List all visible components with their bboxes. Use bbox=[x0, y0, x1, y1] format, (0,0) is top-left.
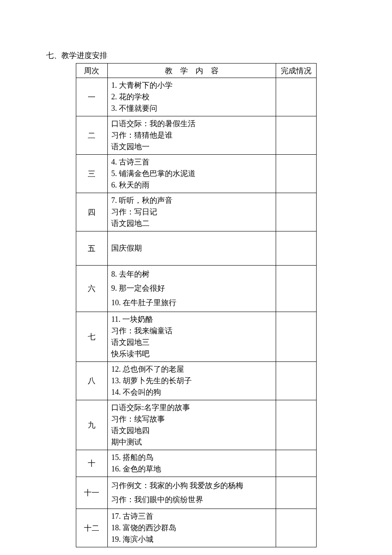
status-cell bbox=[276, 231, 317, 266]
header-content: 教学内容 bbox=[107, 64, 276, 78]
content-cell: 15. 搭船的鸟16. 金色的草地 bbox=[107, 450, 276, 477]
content-text: 12. 总也倒不了的老屋13. 胡萝卜先生的长胡子14. 不会叫的狗 bbox=[108, 362, 276, 400]
content-text: 17. 古诗三首18. 富饶的西沙群岛19. 海滨小城 bbox=[108, 509, 276, 547]
table-row: 三4. 古诗三首5. 铺满金色巴掌的水泥道6. 秋天的雨 bbox=[76, 155, 317, 193]
status-cell bbox=[276, 477, 317, 509]
week-cell: 十 bbox=[76, 450, 108, 477]
table-row: 八12. 总也倒不了的老屋13. 胡萝卜先生的长胡子14. 不会叫的狗 bbox=[76, 361, 317, 400]
content-cell: 口语交际:名字里的故事习作：续写故事语文园地四期中测试 bbox=[107, 400, 276, 450]
week-cell: 八 bbox=[76, 361, 108, 400]
content-text: 1. 大青树下的小学2. 花的学校3. 不懂就要问 bbox=[108, 78, 276, 116]
table-row: 六8. 去年的树9. 那一定会很好10. 在牛肚子里旅行 bbox=[76, 266, 317, 312]
content-text: 7. 听听，秋的声音习作：写日记语文园地二 bbox=[108, 193, 276, 231]
content-cell: 12. 总也倒不了的老屋13. 胡萝卜先生的长胡子14. 不会叫的狗 bbox=[107, 361, 276, 400]
content-cell: 口语交际：我的暑假生活习作：猜猜他是谁语文园地一 bbox=[107, 116, 276, 155]
content-text: 口语交际：我的暑假生活习作：猜猜他是谁语文园地一 bbox=[108, 116, 276, 154]
status-cell bbox=[276, 312, 317, 361]
table-body: 一1. 大青树下的小学2. 花的学校3. 不懂就要问二口语交际：我的暑假生活习作… bbox=[76, 78, 317, 547]
content-text: 11. 一块奶酪习作：我来编童话语文园地三快乐读书吧 bbox=[108, 312, 276, 361]
content-cell: 4. 古诗三首5. 铺满金色巴掌的水泥道6. 秋天的雨 bbox=[107, 155, 276, 193]
week-cell: 十二 bbox=[76, 509, 108, 547]
status-cell bbox=[276, 361, 317, 400]
content-text: 国庆假期 bbox=[108, 231, 276, 265]
status-cell bbox=[276, 193, 317, 231]
content-cell: 17. 古诗三首18. 富饶的西沙群岛19. 海滨小城 bbox=[107, 509, 276, 547]
schedule-table: 周次 教学内容 完成情况 一1. 大青树下的小学2. 花的学校3. 不懂就要问二… bbox=[76, 63, 317, 547]
status-cell bbox=[276, 400, 317, 450]
week-cell: 七 bbox=[76, 312, 108, 361]
header-status: 完成情况 bbox=[276, 64, 317, 78]
content-text: 口语交际:名字里的故事习作：续写故事语文园地四期中测试 bbox=[108, 400, 276, 450]
table-row: 四7. 听听，秋的声音习作：写日记语文园地二 bbox=[76, 193, 317, 231]
content-text: 习作例文：我家的小狗 我爱故乡的杨梅习作：我们眼中的缤纷世界 bbox=[108, 477, 276, 509]
week-cell: 四 bbox=[76, 193, 108, 231]
table-row: 十二17. 古诗三首18. 富饶的西沙群岛19. 海滨小城 bbox=[76, 509, 317, 547]
table-row: 九口语交际:名字里的故事习作：续写故事语文园地四期中测试 bbox=[76, 400, 317, 450]
week-cell: 二 bbox=[76, 116, 108, 155]
week-cell: 六 bbox=[76, 266, 108, 312]
content-cell: 习作例文：我家的小狗 我爱故乡的杨梅习作：我们眼中的缤纷世界 bbox=[107, 477, 276, 509]
table-row: 五国庆假期 bbox=[76, 231, 317, 266]
content-cell: 11. 一块奶酪习作：我来编童话语文园地三快乐读书吧 bbox=[107, 312, 276, 361]
table-row: 二口语交际：我的暑假生活习作：猜猜他是谁语文园地一 bbox=[76, 116, 317, 155]
week-cell: 五 bbox=[76, 231, 108, 266]
status-cell bbox=[276, 116, 317, 155]
week-cell: 三 bbox=[76, 155, 108, 193]
table-header-row: 周次 教学内容 完成情况 bbox=[76, 64, 317, 78]
content-cell: 7. 听听，秋的声音习作：写日记语文园地二 bbox=[107, 193, 276, 231]
header-content-label: 教学内容 bbox=[157, 66, 226, 75]
section-heading: 七、教学进度安排 bbox=[46, 50, 392, 61]
content-text: 4. 古诗三首5. 铺满金色巴掌的水泥道6. 秋天的雨 bbox=[108, 155, 276, 193]
week-cell: 十一 bbox=[76, 477, 108, 509]
status-cell bbox=[276, 450, 317, 477]
content-cell: 8. 去年的树9. 那一定会很好10. 在牛肚子里旅行 bbox=[107, 266, 276, 312]
content-text: 8. 去年的树9. 那一定会很好10. 在牛肚子里旅行 bbox=[108, 266, 276, 312]
week-cell: 九 bbox=[76, 400, 108, 450]
status-cell bbox=[276, 266, 317, 312]
status-cell bbox=[276, 155, 317, 193]
table-row: 七11. 一块奶酪习作：我来编童话语文园地三快乐读书吧 bbox=[76, 312, 317, 361]
header-week: 周次 bbox=[76, 64, 108, 78]
status-cell bbox=[276, 509, 317, 547]
content-text: 15. 搭船的鸟16. 金色的草地 bbox=[108, 450, 276, 477]
status-cell bbox=[276, 78, 317, 116]
content-cell: 国庆假期 bbox=[107, 231, 276, 266]
table-row: 一1. 大青树下的小学2. 花的学校3. 不懂就要问 bbox=[76, 78, 317, 116]
table-row: 十15. 搭船的鸟16. 金色的草地 bbox=[76, 450, 317, 477]
table-row: 十一习作例文：我家的小狗 我爱故乡的杨梅习作：我们眼中的缤纷世界 bbox=[76, 477, 317, 509]
week-cell: 一 bbox=[76, 78, 108, 116]
content-cell: 1. 大青树下的小学2. 花的学校3. 不懂就要问 bbox=[107, 78, 276, 116]
